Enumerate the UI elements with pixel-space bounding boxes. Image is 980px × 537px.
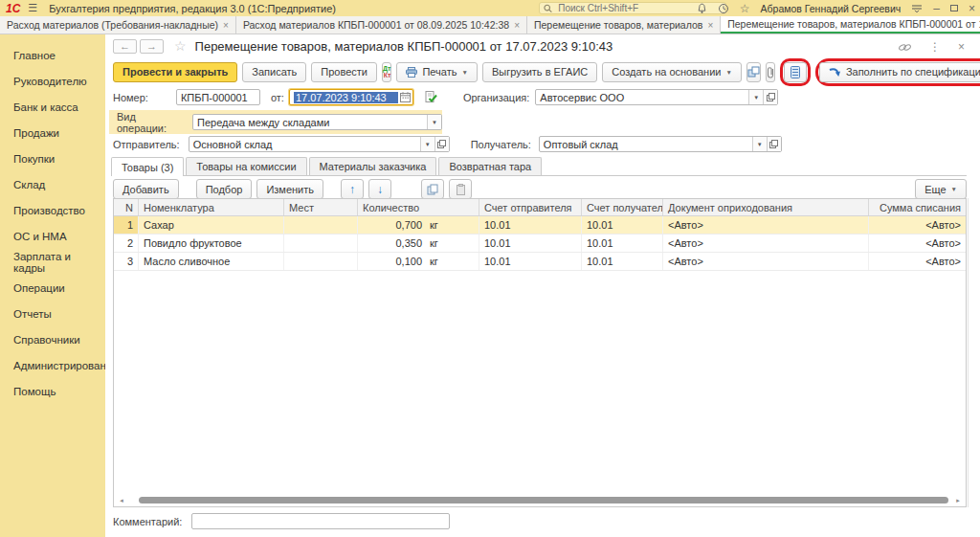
col-header-account-sender[interactable]: Счет отправителя <box>479 199 582 215</box>
forward-button[interactable]: → <box>140 39 164 54</box>
sidebar-item-proizvodstvo[interactable]: Производство <box>0 197 105 223</box>
close-form-icon[interactable]: × <box>958 40 965 54</box>
favorites-star-icon[interactable]: ☆ <box>740 3 750 14</box>
scroll-right-icon[interactable]: ▸ <box>952 497 964 504</box>
open-item-icon[interactable] <box>763 90 777 104</box>
window-tab-2[interactable]: Расход материалов КПБП-000001 от 08.09.2… <box>236 16 527 34</box>
window-tab-bar: Расход материалов (Требования-накладные)… <box>0 16 980 34</box>
scrollbar-thumb[interactable] <box>139 497 948 503</box>
paperclip-icon <box>767 66 774 78</box>
window-tab-3[interactable]: Перемещение товаров, материалов × <box>527 16 721 34</box>
sidebar-item-administrirovanie[interactable]: Администрирование <box>0 352 105 378</box>
tab-close-icon[interactable]: × <box>514 20 520 31</box>
copy-button[interactable] <box>421 179 444 199</box>
col-header-mest[interactable]: Мест <box>284 199 358 215</box>
sidebar-item-pomosch[interactable]: Помощь <box>0 378 105 404</box>
close-window-button[interactable]: × <box>969 3 975 14</box>
sidebar-item-os-nma[interactable]: ОС и НМА <box>0 223 105 249</box>
printer-icon <box>406 67 417 78</box>
receiver-field[interactable]: Оптовый склад ▼ <box>539 136 782 152</box>
dropdown-arrow-icon[interactable]: ▼ <box>748 90 763 104</box>
add-row-button[interactable]: Добавить <box>113 179 179 199</box>
sidebar-item-otchety[interactable]: Отчеты <box>0 301 105 326</box>
sidebar-item-rukovoditelyu[interactable]: Руководителю <box>0 68 105 94</box>
table-row[interactable]: 1 Сахар 0,700кг 10.01 10.01 <Авто> <Авто… <box>114 216 966 235</box>
attachments-button[interactable] <box>766 62 775 82</box>
comment-input[interactable] <box>191 513 450 529</box>
edit-button[interactable]: Изменить <box>256 179 323 199</box>
tab-tovary-na-komissii[interactable]: Товары на комиссии <box>186 157 306 175</box>
dropdown-arrow-icon[interactable]: ▼ <box>427 115 441 129</box>
sidebar-item-spravochniki[interactable]: Справочники <box>0 326 105 352</box>
window-tab-1[interactable]: Расход материалов (Требования-накладные)… <box>0 16 236 34</box>
main-menu-icon[interactable]: ☰ <box>28 2 37 14</box>
vertical-scrollbar-track[interactable] <box>968 198 974 507</box>
number-field[interactable]: КПБП-000001 <box>176 89 260 105</box>
show-postings-dtkt-button[interactable]: ДтКт <box>382 62 391 82</box>
maximize-button[interactable] <box>950 5 958 11</box>
current-user-name[interactable]: Абрамов Геннадий Сергеевич <box>761 3 902 14</box>
sidebar-item-bank-kassa[interactable]: Банк и касса <box>0 94 105 120</box>
add-favorite-star-icon[interactable]: ☆ <box>174 38 187 54</box>
horizontal-scrollbar[interactable]: ◂ ▸ <box>116 496 964 504</box>
organization-field[interactable]: Автосервис ООО ▼ <box>535 89 778 105</box>
get-link-icon[interactable] <box>898 42 912 53</box>
egais-upload-button[interactable]: Выгрузить в ЕГАИС <box>482 62 597 82</box>
move-down-button[interactable]: ↓ <box>368 179 391 199</box>
table-more-button[interactable]: Еще ▼ <box>915 179 967 199</box>
col-header-quantity[interactable]: Количество <box>358 199 479 215</box>
tab-vozvratnaya-tara[interactable]: Возвратная тара <box>438 157 542 175</box>
tab-close-icon[interactable]: × <box>223 20 229 31</box>
document-posted-icon[interactable] <box>425 91 437 103</box>
document-structure-icon <box>791 66 800 78</box>
date-field[interactable]: 17.07.2023 9:10:43 <box>289 89 413 105</box>
history-icon[interactable] <box>718 3 729 14</box>
sidebar-item-operacii[interactable]: Операции <box>0 275 105 301</box>
pick-button[interactable]: Подбор <box>196 179 253 199</box>
sidebar-item-pokupki[interactable]: Покупки <box>0 145 105 171</box>
col-header-writeoff-sum[interactable]: Сумма списания <box>869 199 966 215</box>
calendar-icon[interactable] <box>400 92 411 102</box>
page-title: Перемещение товаров, материалов КПБП-000… <box>195 39 613 54</box>
fill-by-specification-button[interactable]: Заполнить по спецификации <box>819 62 980 82</box>
col-header-account-receiver[interactable]: Счет получателя <box>582 199 663 215</box>
post-button[interactable]: Провести <box>311 62 377 82</box>
related-documents-button[interactable] <box>746 62 761 82</box>
document-structure-button[interactable] <box>784 62 807 82</box>
table-row[interactable]: 3 Масло сливочное 0,100кг 10.01 10.01 <А… <box>114 253 966 271</box>
operation-type-field[interactable]: Передача между складами ▼ <box>192 114 442 130</box>
col-header-receipt-document[interactable]: Документ оприходования <box>663 199 869 215</box>
scroll-left-icon[interactable]: ◂ <box>116 497 127 504</box>
sidebar-item-glavnoe[interactable]: Главное <box>0 42 105 68</box>
open-item-icon[interactable] <box>767 137 781 151</box>
save-button[interactable]: Записать <box>242 62 306 82</box>
organization-label: Организация: <box>463 92 529 103</box>
sidebar-item-zarplata[interactable]: Зарплата и кадры <box>0 249 105 275</box>
dropdown-arrow-icon[interactable]: ▼ <box>752 137 767 151</box>
minimize-button[interactable]: – <box>933 3 940 14</box>
operation-type-row: Вид операции: Передача между складами ▼ <box>109 110 442 134</box>
tab-materialy-zakazchika[interactable]: Материалы заказчика <box>309 157 437 175</box>
notifications-bell-icon[interactable] <box>697 3 707 14</box>
sidebar-item-prodazhi[interactable]: Продажи <box>0 120 105 145</box>
dropdown-arrow-icon[interactable]: ▼ <box>420 137 434 151</box>
col-header-n[interactable]: N <box>114 199 139 215</box>
paste-button[interactable] <box>449 179 472 199</box>
sidebar-item-sklad[interactable]: Склад <box>0 171 105 197</box>
post-and-close-button[interactable]: Провести и закрыть <box>113 62 237 82</box>
dtkt-icon: ДтКт <box>383 65 390 78</box>
chevron-down-icon: ▼ <box>951 186 957 192</box>
print-button[interactable]: Печать ▼ <box>396 62 477 82</box>
form-menu-kebab-icon[interactable]: ⋮ <box>929 40 941 54</box>
move-up-button[interactable]: ↑ <box>341 179 364 199</box>
sender-field[interactable]: Основной склад ▼ <box>189 136 450 152</box>
create-based-on-button[interactable]: Создать на основании ▼ <box>602 62 742 82</box>
table-row[interactable]: 2 Повидло фруктовое 0,350кг 10.01 10.01 … <box>114 235 966 253</box>
window-tab-4-active[interactable]: Перемещение товаров, материалов КПБП-000… <box>721 16 980 34</box>
col-header-nomenclature[interactable]: Номенклатура <box>139 199 284 215</box>
tab-close-icon[interactable]: × <box>707 20 713 31</box>
tab-tovary[interactable]: Товары (3) <box>111 157 184 176</box>
service-menu-icon[interactable] <box>911 4 923 13</box>
open-item-icon[interactable] <box>434 137 449 151</box>
back-button[interactable]: ← <box>113 39 137 54</box>
